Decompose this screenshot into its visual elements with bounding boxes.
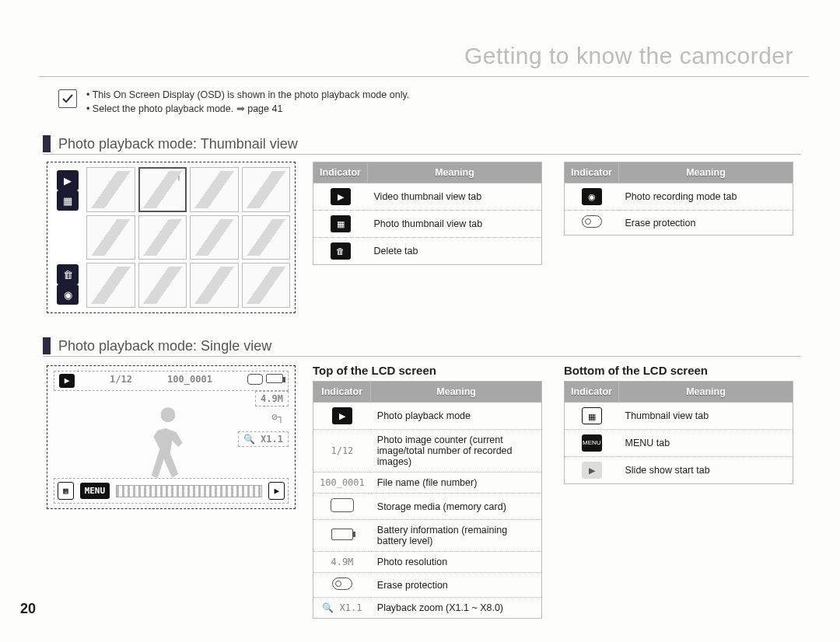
thumbnail-cell [190,167,239,212]
thumbnail-tab-icon: ▦ [582,407,602,424]
thumbnail-cell [242,263,291,308]
camera-mode-icon: ◉ [582,188,602,205]
section-heading: Photo playback mode: Single view [43,336,271,356]
col-indicator: Indicator [565,162,619,183]
col-meaning: Meaning [619,162,793,183]
meaning-cell: Erase protection [619,211,793,236]
divider [39,76,809,77]
delete-tab-icon: 🗑 [57,264,79,284]
top-lcd-header: Top of the LCD screen [313,364,436,377]
meaning-cell: Erase protection [371,573,542,598]
card-icon [247,374,263,385]
chapter-title: Getting to know the camcorder [464,43,793,69]
meaning-cell: Photo resolution [371,552,542,573]
page-number: 20 [20,601,36,617]
meaning-cell: Photo thumbnail view tab [368,211,542,238]
camera-mode-icon: ◉ [57,284,79,305]
menu-tab-icon: MENU [582,434,602,452]
play-mode-icon: ▶ [59,374,75,388]
card-icon [331,498,354,512]
single-view-illustration: ▶ 1/12 100_0001 4.9M ⊘┐ 🔍 X1.1 ▦ MENU ▶ [47,365,296,509]
filename-indicator: 100_0001 [320,477,365,488]
video-thumbnail-icon: ▶ [331,188,351,205]
meaning-cell: Photo recording mode tab [619,183,793,211]
meaning-cell: Storage media (memory card) [371,494,542,520]
thumbnail-view-illustration: ▶ ▦ 🗑 ◉ ⊘┐ [47,162,296,313]
divider [43,154,801,155]
osd-zoom: 🔍 X1.1 [238,431,289,447]
col-indicator: Indicator [565,382,619,403]
section-title: Photo playback mode: Thumbnail view [58,136,298,152]
meaning-cell: Battery information (remaining battery l… [371,520,542,552]
page-ref-arrow [233,103,247,114]
accent-bar [43,337,51,354]
zoom-indicator: 🔍 X1.1 [322,602,362,613]
thumbnail-cell [138,263,187,308]
thumbnail-cell [86,167,135,212]
slideshow-tab-icon: ▶ [268,482,285,500]
thumbnail-cell [242,215,291,260]
section-title: Photo playback mode: Single view [58,338,271,354]
thumbnail-cell [190,215,239,260]
indicator-table-right: IndicatorMeaning ◉Photo recording mode t… [564,162,793,236]
osd-top-row: ▶ 1/12 100_0001 [54,371,289,391]
note-line: This On Screen Display (OSD) is shown in… [86,89,409,100]
thumbnail-cell [86,215,135,260]
col-meaning: Meaning [368,162,542,183]
page-ref: page 41 [247,103,282,114]
indicator-table-left: IndicatorMeaning ▶Video thumbnail view t… [313,162,542,265]
photo-thumbnail-icon: ▦ [331,215,351,232]
thumbnail-cell-selected: ⊘┐ [138,167,187,212]
erase-protect-icon [582,215,602,228]
photo-tab-icon: ▦ [57,190,79,211]
slideshow-tab-icon: ▶ [582,462,602,479]
video-tab-icon: ▶ [57,170,79,190]
note-box: This On Screen Display (OSD) is shown in… [58,89,793,114]
single-top-table: IndicatorMeaning ▶Photo playback mode 1/… [313,381,542,619]
col-meaning: Meaning [619,382,793,403]
meaning-cell: Playback zoom (X1.1 ~ X8.0) [371,598,542,619]
col-indicator: Indicator [313,382,371,403]
meaning-cell: Thumbnail view tab [619,403,793,430]
osd-strip [116,485,262,497]
check-icon [58,89,77,108]
menu-tab-icon: MENU [80,483,110,499]
single-bottom-table: IndicatorMeaning ▦Thumbnail view tab MEN… [564,381,793,484]
meaning-cell: Delete tab [368,238,542,265]
meaning-cell: Video thumbnail view tab [368,183,542,211]
resolution-indicator: 4.9M [331,557,353,567]
delete-icon: 🗑 [331,242,351,260]
section-heading: Photo playback mode: Thumbnail view [43,134,298,154]
play-mode-icon: ▶ [332,407,352,424]
col-indicator: Indicator [313,162,368,183]
divider [43,356,801,357]
meaning-cell: MENU tab [619,430,793,457]
osd-protect-icon: ⊘┐ [271,411,284,423]
battery-icon [331,529,353,540]
battery-icon [266,374,283,383]
osd-filename: 100_0001 [167,374,212,388]
thumbnail-cell [86,263,135,308]
thumbnail-cell [190,263,239,308]
col-meaning: Meaning [371,382,542,403]
thumbnail-sidebar: ▶ ▦ 🗑 ◉ [52,167,83,308]
thumbnail-tab-icon: ▦ [58,482,74,500]
osd-resolution: 4.9M [255,391,289,406]
erase-protect-icon [332,577,352,590]
thumbnail-cell [242,167,291,212]
osd-bottom-row: ▦ MENU ▶ [54,478,289,504]
meaning-cell: File name (file number) [371,473,542,494]
photo-silhouette [133,397,203,490]
counter-indicator: 1/12 [331,445,353,456]
bottom-lcd-header: Bottom of the LCD screen [564,364,708,377]
protect-icon: ⊘┐ [169,170,182,180]
meaning-cell: Slide show start tab [619,457,793,484]
note-line: Select the photo playback mode.page 41 [86,103,409,114]
note-text: Select the photo playback mode. [93,103,233,114]
meaning-cell: Photo image counter (current image/total… [371,430,542,473]
accent-bar [43,135,51,152]
meaning-cell: Photo playback mode [371,403,542,430]
osd-counter: 1/12 [110,374,132,388]
thumbnail-cell [138,215,187,260]
